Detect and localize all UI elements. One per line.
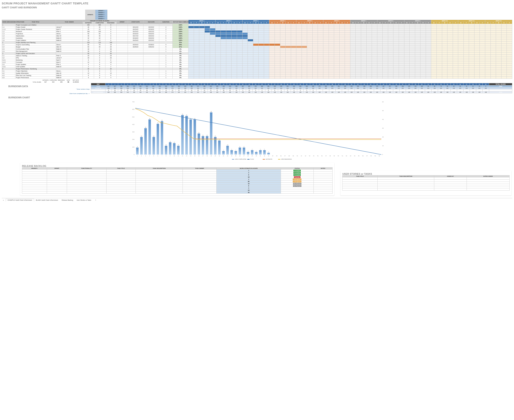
sheet-tab[interactable]: BLANK Gantt Chart & Burndown [34,199,60,201]
svg-text:5: 5 [153,155,154,157]
svg-text:15: 15 [194,155,196,157]
svg-text:24: 24 [231,155,232,157]
gantt-table[interactable]: WORK BREAKDOWN STRUCTURETASK TITLETASK O… [2,20,512,79]
svg-text:4: 4 [223,150,224,151]
svg-rect-19 [144,128,147,155]
svg-text:45: 45 [182,113,183,115]
svg-rect-65 [239,148,241,155]
svg-text:30: 30 [145,127,146,128]
tab-nav-icon[interactable]: ▸ [2,199,5,201]
svg-text:42: 42 [305,155,306,157]
svg-rect-77 [263,150,265,155]
svg-text:10: 10 [174,155,175,157]
svg-text:44: 44 [186,114,187,116]
svg-rect-79 [267,153,270,155]
svg-text:10: 10 [178,144,179,146]
sheet-tab[interactable]: EXAMPLE Gantt Chart & Burndown [6,199,34,201]
svg-rect-67 [243,148,245,155]
svg-text:4: 4 [235,150,236,151]
svg-text:0: 0 [382,154,383,155]
svg-text:39: 39 [293,155,294,157]
burndown-data-table[interactable]: DAY1234567891011121314151617181920212223… [91,83,512,93]
page-title: SCRUM PROJECT MANAGEMENT GANTT CHART TEM… [2,2,512,5]
svg-text:0: 0 [134,154,135,155]
svg-text:33: 33 [268,155,269,157]
svg-text:600: 600 [132,109,135,110]
svg-text:37: 37 [284,155,286,157]
svg-rect-57 [222,151,225,155]
svg-rect-172 [263,159,265,160]
svg-text:200: 200 [132,139,135,140]
svg-text:10: 10 [227,144,228,146]
svg-text:40: 40 [382,119,384,120]
svg-text:26: 26 [239,155,241,157]
svg-rect-73 [255,152,257,155]
svg-text:60: 60 [379,155,380,157]
svg-rect-15 [136,148,139,155]
svg-rect-29 [165,146,167,155]
sheet-tab[interactable]: Release Backlog [60,199,75,201]
svg-text:18: 18 [206,155,208,157]
svg-text:400: 400 [132,124,135,125]
svg-text:8: 8 [240,146,240,147]
add-sheet-button[interactable]: + [93,199,98,201]
burndown-chart: 0100200300400500600700010203040506082030… [4,100,512,161]
svg-text:17: 17 [202,155,204,157]
svg-text:48: 48 [211,111,212,112]
svg-text:2: 2 [141,155,142,157]
svg-rect-69 [247,152,249,155]
svg-text:6: 6 [158,155,158,157]
user-stories-table[interactable]: TASK TITLETASK DESCRIPTIONADDED BYDATED … [342,175,510,191]
svg-text:59: 59 [375,155,376,157]
svg-text:5: 5 [260,149,261,150]
sheet-tab[interactable]: User Stories or Tasks [75,199,93,201]
svg-text:46: 46 [321,155,323,157]
svg-rect-37 [181,115,184,155]
burndown-data-title: BURNDOWN DATA [8,85,90,88]
svg-text:40: 40 [194,118,196,119]
svg-text:700: 700 [132,101,135,103]
svg-text:45: 45 [317,155,318,157]
sheet-tabs[interactable]: ▸ EXAMPLE Gantt Chart & BurndownBLANK Ga… [2,198,512,201]
svg-rect-35 [177,146,180,155]
svg-text:50: 50 [382,110,384,111]
svg-text:3: 3 [145,155,146,157]
svg-text:54: 54 [354,155,355,157]
svg-text:1: 1 [137,155,138,157]
svg-text:10: 10 [165,144,167,146]
svg-text:38: 38 [288,155,290,157]
svg-rect-21 [149,120,151,155]
svg-text:23: 23 [227,155,228,157]
release-table[interactable]: PRIORITYSPRINTFUNCTIONALITYTASK TITLETAS… [22,167,333,194]
svg-text:16: 16 [198,155,200,157]
svg-text:30: 30 [256,155,257,157]
svg-text:48: 48 [330,155,331,157]
sprints-label: SPRINTS [85,10,95,20]
svg-text:53: 53 [350,155,351,157]
svg-rect-51 [210,112,212,155]
svg-rect-43 [194,120,196,155]
svg-text:8: 8 [166,155,166,157]
sprint-1: SPRINT 1 [95,10,107,12]
svg-text:36: 36 [280,155,282,157]
sprint-legend: SPRINTS SPRINT 1 SPRINT 2 SPRINT 3 SPRIN… [85,10,267,20]
svg-rect-31 [169,142,171,155]
svg-text:21: 21 [206,135,208,136]
svg-text:9: 9 [170,155,170,157]
gantt-subtitle: GANTT CHART AND BURNDOWN [2,6,512,9]
svg-text:3: 3 [248,150,249,152]
svg-text:56: 56 [362,155,363,157]
svg-rect-174 [278,159,280,160]
sprint-3: SPRINT 3 [95,14,107,16]
svg-text:51: 51 [342,155,343,157]
svg-text:19: 19 [211,155,212,157]
svg-text:34: 34 [272,155,273,157]
svg-text:20: 20 [215,155,216,157]
svg-text:32: 32 [264,155,265,157]
svg-text:5: 5 [264,149,265,150]
svg-rect-59 [226,146,229,155]
user-stories-title: USER STORIES or TASKS [342,172,510,175]
svg-rect-33 [173,143,175,155]
svg-text:8: 8 [137,146,138,147]
svg-text:35: 35 [157,122,159,124]
